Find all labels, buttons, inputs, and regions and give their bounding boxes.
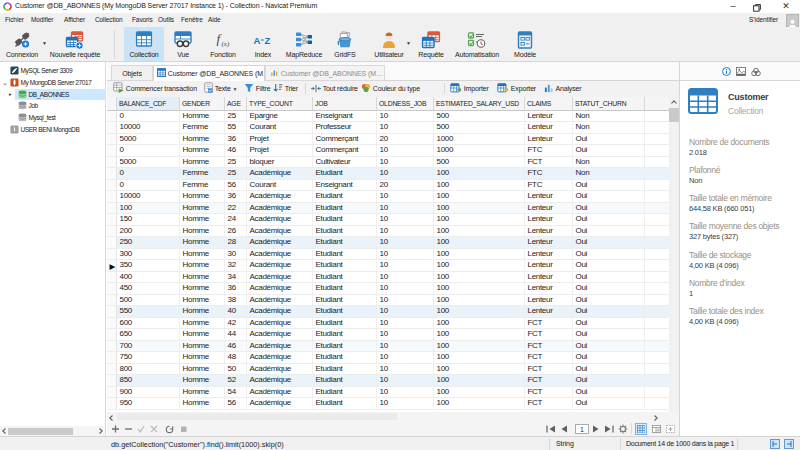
svg-text:Z: Z (265, 35, 271, 46)
svg-text:(x): (x) (222, 40, 230, 48)
svg-text:A: A (254, 35, 261, 46)
